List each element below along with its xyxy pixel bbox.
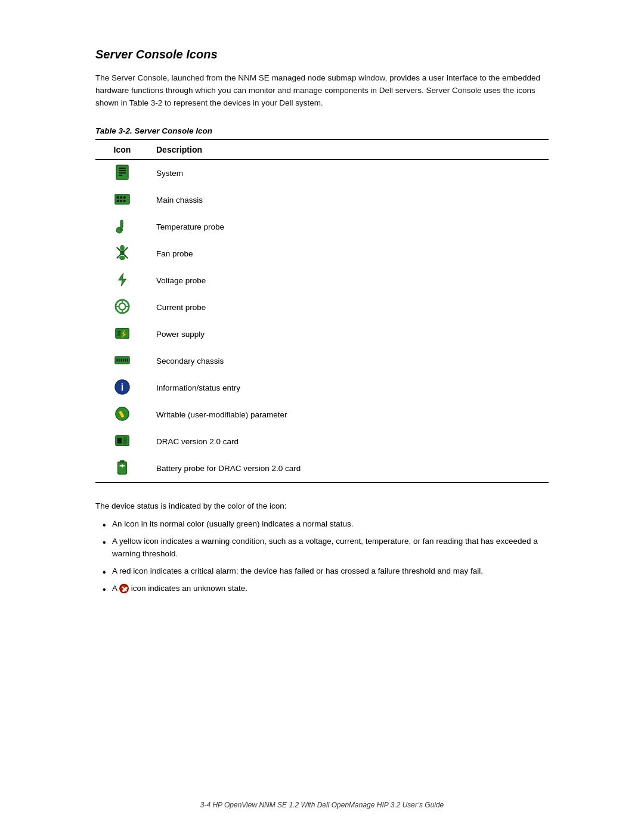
col-header-description: Description	[149, 140, 549, 160]
bullet-text-unknown-prefix: A	[112, 584, 119, 593]
description-power-supply: Power supply	[149, 321, 549, 348]
svg-rect-30	[117, 330, 121, 336]
icon-cell-voltage-probe	[95, 267, 149, 294]
page-footer: 3-4 HP OpenView NNM SE 1.2 With Dell Ope…	[0, 801, 644, 809]
table-row: System	[95, 159, 549, 187]
svg-marker-22	[119, 273, 126, 286]
description-current-probe: Current probe	[149, 294, 549, 321]
table-row: Writable (user-modifiable) parameter	[95, 401, 549, 428]
system-icon	[114, 173, 130, 182]
temperature-probe-icon	[114, 227, 130, 236]
bullet-text-unknown-suffix: icon indicates an unknown state.	[131, 584, 247, 593]
svg-point-24	[119, 303, 125, 309]
bullet-text-normal: An icon in its normal color (usually gre…	[112, 519, 353, 528]
power-supply-icon	[114, 334, 130, 343]
svg-rect-49	[120, 460, 124, 463]
bullet-text-yellow: A yellow icon indicates a warning condit…	[112, 537, 538, 558]
description-system: System	[149, 159, 549, 187]
icon-cell-drac-card	[95, 428, 149, 455]
secondary-chassis-icon	[114, 361, 130, 370]
svg-rect-8	[123, 196, 126, 199]
status-section: The device status is indicated by the co…	[95, 500, 549, 595]
drac-card-icon	[114, 441, 130, 450]
svg-rect-7	[120, 196, 122, 199]
description-drac-card: DRAC version 2.0 card	[149, 428, 549, 455]
table-row: Temperature probe	[95, 213, 549, 240]
table-row: DRAC version 2.0 card	[95, 428, 549, 455]
writable-parameter-icon	[114, 414, 130, 423]
icon-cell-main-chassis	[95, 187, 149, 213]
table-row: Power supply	[95, 321, 549, 348]
svg-rect-36	[123, 358, 124, 361]
current-probe-icon	[114, 307, 130, 316]
icon-cell-battery-probe	[95, 455, 149, 482]
description-secondary-chassis: Secondary chassis	[149, 348, 549, 374]
col-header-icon: Icon	[95, 140, 149, 160]
description-info-status: Information/status entry	[149, 374, 549, 401]
table-row: i Information/status entry	[95, 374, 549, 401]
svg-rect-10	[120, 200, 122, 202]
svg-rect-5	[115, 194, 129, 204]
icon-cell-power-supply	[95, 321, 149, 348]
battery-probe-icon	[114, 468, 130, 477]
svg-rect-1	[119, 168, 126, 169]
svg-point-19	[119, 255, 125, 259]
svg-rect-13	[120, 220, 123, 228]
bullet-item-unknown: A icon indicates an unknown state.	[95, 583, 549, 595]
svg-rect-4	[119, 175, 122, 176]
svg-rect-35	[120, 358, 122, 361]
svg-rect-6	[117, 196, 119, 199]
table-row: Current probe	[95, 294, 549, 321]
icon-cell-writable-param	[95, 401, 149, 428]
main-chassis-icon	[114, 200, 130, 209]
svg-rect-37	[125, 358, 126, 361]
svg-point-18	[120, 245, 124, 250]
table-row: Fan probe	[95, 240, 549, 267]
server-console-icon-table: Icon Description	[95, 139, 549, 483]
svg-rect-48	[118, 462, 127, 473]
svg-point-14	[120, 228, 123, 231]
bullet-item-yellow: A yellow icon indicates a warning condit…	[95, 535, 549, 561]
svg-rect-51	[122, 464, 123, 467]
description-voltage-probe: Voltage probe	[149, 267, 549, 294]
svg-rect-9	[117, 200, 119, 202]
svg-rect-2	[119, 170, 126, 171]
table-row: Battery probe for DRAC version 2.0 card	[95, 455, 549, 482]
description-writable-param: Writable (user-modifiable) parameter	[149, 401, 549, 428]
unknown-state-icon	[119, 584, 129, 593]
intro-paragraph: The Server Console, launched from the NN…	[95, 72, 549, 110]
icon-cell-current-probe	[95, 294, 149, 321]
table-row: Main chassis	[95, 187, 549, 213]
bullet-list: An icon in its normal color (usually gre…	[95, 518, 549, 595]
icon-cell-fan-probe	[95, 240, 149, 267]
svg-rect-45	[117, 438, 122, 443]
description-fan-probe: Fan probe	[149, 240, 549, 267]
bullet-item-normal: An icon in its normal color (usually gre…	[95, 518, 549, 531]
icon-cell-secondary-chassis	[95, 348, 149, 374]
svg-rect-38	[127, 358, 128, 361]
voltage-probe-icon	[114, 280, 130, 289]
svg-rect-33	[116, 358, 117, 361]
svg-rect-34	[119, 358, 120, 361]
icon-cell-temp-probe	[95, 213, 149, 240]
table-caption: Table 3-2. Server Console Icon	[95, 126, 549, 135]
icon-cell-info-status: i	[95, 374, 149, 401]
description-main-chassis: Main chassis	[149, 187, 549, 213]
page-content: Server Console Icons The Server Console,…	[0, 0, 644, 654]
table-row: Voltage probe	[95, 267, 549, 294]
table-row: Secondary chassis	[95, 348, 549, 374]
svg-point-46	[123, 437, 127, 441]
svg-rect-11	[123, 200, 126, 202]
svg-rect-3	[119, 172, 126, 174]
information-status-icon: i	[114, 388, 130, 397]
description-temp-probe: Temperature probe	[149, 213, 549, 240]
page-title: Server Console Icons	[95, 48, 549, 61]
svg-point-47	[123, 441, 127, 444]
bullet-text-red: A red icon indicates a critical alarm; t…	[112, 566, 483, 575]
description-battery-probe: Battery probe for DRAC version 2.0 card	[149, 455, 549, 482]
status-intro-text: The device status is indicated by the co…	[95, 500, 549, 513]
icon-cell-system	[95, 159, 149, 187]
fan-probe-icon	[114, 253, 130, 262]
svg-text:i: i	[121, 382, 123, 392]
bullet-item-red: A red icon indicates a critical alarm; t…	[95, 565, 549, 578]
